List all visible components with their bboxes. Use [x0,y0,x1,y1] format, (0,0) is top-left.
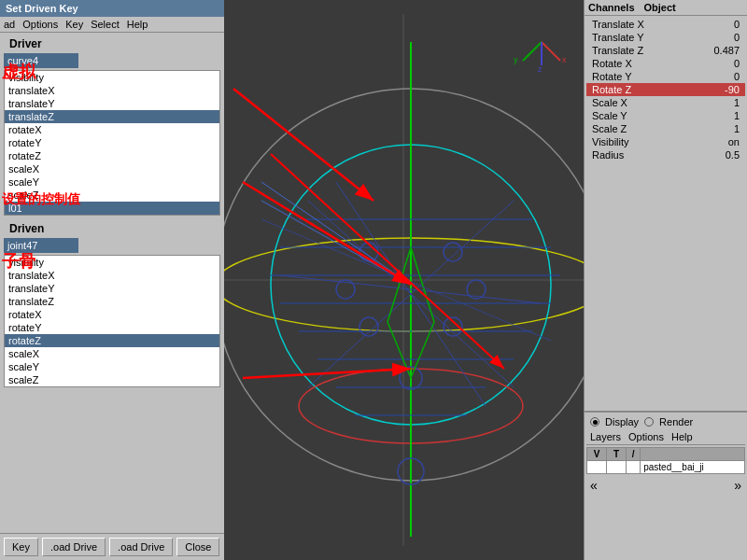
menu-select[interactable]: Select [91,19,120,30]
driver-attr-translateZ[interactable]: translateZ [5,110,219,123]
load-drive-button1[interactable]: .oad Drive [42,538,106,556]
channel-row-radius[interactable]: Radius 0.5 [586,148,745,161]
menu-options[interactable]: Options [22,19,58,30]
main-container: Set Driven Key ad Options Key Select Hel… [0,0,747,560]
display-render-row: Display Render [586,414,745,429]
col-slash: / [626,448,640,461]
annotation-virtual: 虚拟 [2,61,35,83]
bottom-buttons: Key .oad Drive .oad Drive Close [0,533,224,560]
col-v: V [587,448,607,461]
layer-v[interactable] [587,461,607,474]
driven-attr-visibility[interactable]: visibility [5,256,219,269]
driver-attr-scaleX[interactable]: scaleX [5,162,219,175]
svg-text:z: z [538,64,543,74]
help-menu[interactable]: Help [671,431,693,442]
left-menu-bar: ad Options Key Select Help [0,17,224,33]
right-bottom-panel: Display Render Layers Options Help V T / [585,411,747,560]
annotation-child-bone: 子骨 [2,250,35,273]
svg-text:y: y [514,55,518,64]
channel-row-translatez[interactable]: Translate Z 0.487 [586,44,745,57]
layer-name: pasted__bai_ji [641,461,745,474]
channels-header: Channels Object [585,0,747,16]
col-t: T [607,448,627,461]
driven-attr-scaleY[interactable]: scaleY [5,360,219,373]
channel-row-scalex[interactable]: Scale X 1 [586,96,745,109]
render-label: Render [659,416,693,427]
driven-attr-list[interactable]: visibility translateX translateY transla… [4,255,220,387]
prev-arrow[interactable]: « [590,478,598,493]
driven-attr-scaleX[interactable]: scaleX [5,347,219,360]
layer-slash[interactable] [626,461,640,474]
menu-key[interactable]: Key [65,19,83,30]
channel-row-visibility[interactable]: Visibility on [586,135,745,148]
driver-attr-translateX[interactable]: translateX [5,84,219,97]
menu-ad[interactable]: ad [4,19,15,30]
driven-attr-translateZ[interactable]: translateZ [5,295,219,308]
channel-row-translatey[interactable]: Translate Y 0 [586,31,745,44]
key-button[interactable]: Key [4,538,38,556]
driver-attr-rotateZ[interactable]: rotateZ [5,149,219,162]
driver-label: Driver [4,35,220,53]
driver-attr-translateY[interactable]: translateY [5,97,219,110]
driven-attr-scaleZ[interactable]: scaleZ [5,373,219,386]
driven-attr-translateY[interactable]: translateY [5,282,219,295]
close-button[interactable]: Close [176,538,219,556]
channel-row-rotatex[interactable]: Rotate X 0 [586,57,745,70]
driven-attr-rotateX[interactable]: rotateX [5,308,219,321]
layer-row[interactable]: pasted__bai_ji [587,461,745,474]
driven-attr-rotateZ[interactable]: rotateZ [5,334,219,347]
object-label: Object [644,2,676,13]
svg-text:x: x [562,55,567,64]
driver-attr-rotateX[interactable]: rotateX [5,123,219,136]
channels-label: Channels [588,2,635,13]
channel-row-scaley[interactable]: Scale Y 1 [586,109,745,122]
title-bar: Set Driven Key [0,0,224,17]
load-drive-button2[interactable]: .oad Drive [109,538,173,556]
driver-attr-visibility[interactable]: visibility [5,71,219,84]
menu-help[interactable]: Help [127,19,148,30]
driver-attr-scaleY[interactable]: scaleY [5,175,219,189]
options-menu[interactable]: Options [628,431,664,442]
col-name [641,448,745,461]
driven-label: Driven [4,219,220,238]
driven-attr-rotateY[interactable]: rotateY [5,321,219,334]
left-panel: Set Driven Key ad Options Key Select Hel… [0,0,224,560]
title-text: Set Driven Key [6,3,78,14]
layers-menu[interactable]: Layers [590,431,621,442]
render-radio[interactable] [644,417,654,427]
driver-attr-rotateY[interactable]: rotateY [5,136,219,149]
channel-row-rotatey[interactable]: Rotate Y 0 [586,70,745,83]
driven-col-pair: joint47 visibility translateX translateY… [4,238,220,387]
display-radio[interactable] [590,417,599,427]
layer-t[interactable] [607,461,627,474]
next-arrow[interactable]: » [734,478,741,493]
viewport[interactable]: x y z [224,0,584,560]
driven-attr-translateX[interactable]: translateX [5,269,219,282]
layer-table: V T / pasted__bai_ji [586,447,745,474]
right-panel: Channels Object Translate X 0 Translate … [584,0,747,560]
channel-row-translatex[interactable]: Translate X 0 [586,18,745,31]
bottom-right-menu: Layers Options Help [586,429,745,445]
bottom-arrows: « » [586,476,745,495]
annotation-control-value: 设置的控制值 [2,191,80,208]
channel-row-rotatez[interactable]: Rotate Z -90 [586,83,745,96]
display-label: Display [605,416,639,427]
channel-row-scalez[interactable]: Scale Z 1 [586,122,745,135]
channel-list: Translate X 0 Translate Y 0 Translate Z … [585,16,747,411]
